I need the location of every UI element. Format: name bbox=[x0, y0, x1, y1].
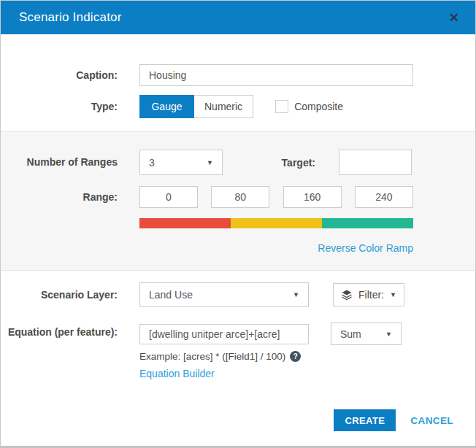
chevron-down-icon: ▼ bbox=[199, 159, 213, 166]
chevron-down-icon: ▼ bbox=[285, 291, 299, 298]
scenario-layer-dropdown[interactable]: Land Use ▼ bbox=[139, 282, 309, 307]
aggregation-value: Sum bbox=[340, 328, 361, 340]
number-of-ranges-dropdown[interactable]: 3 ▼ bbox=[139, 150, 223, 175]
filter-button[interactable]: Filter: ▼ bbox=[333, 283, 404, 306]
ramp-segment-green bbox=[322, 218, 413, 228]
equation-example-row: Example: [acres] * ([Field1] / 100) ? bbox=[139, 351, 475, 362]
composite-label: Composite bbox=[294, 101, 343, 112]
type-segmented-control: Gauge Numeric bbox=[139, 95, 253, 118]
ramp-segment-red bbox=[139, 218, 231, 228]
dialog-footer: CREATE CANCEL bbox=[334, 409, 453, 431]
ranges-panel: Number of Ranges 3 ▼ Target: Range: bbox=[1, 131, 475, 271]
number-of-ranges-value: 3 bbox=[149, 157, 155, 169]
create-button[interactable]: CREATE bbox=[334, 409, 396, 431]
target-input[interactable] bbox=[339, 150, 412, 175]
equation-builder-link[interactable]: Equation Builder bbox=[139, 368, 215, 379]
type-option-gauge[interactable]: Gauge bbox=[139, 95, 194, 118]
color-ramp bbox=[139, 218, 413, 228]
caption-row: Caption: bbox=[1, 64, 475, 86]
range-input-1[interactable] bbox=[139, 186, 198, 208]
scenario-layer-label: Scenario Layer: bbox=[1, 288, 118, 302]
dialog-header: Scenario Indicator ✕ bbox=[1, 1, 475, 34]
close-icon[interactable]: ✕ bbox=[449, 12, 459, 24]
composite-group: Composite bbox=[275, 100, 343, 113]
composite-checkbox[interactable] bbox=[275, 100, 288, 113]
range-row: Range: bbox=[1, 186, 475, 208]
number-of-ranges-label: Number of Ranges bbox=[1, 155, 118, 169]
range-input-3[interactable] bbox=[283, 186, 342, 208]
range-label: Range: bbox=[1, 190, 118, 204]
help-icon[interactable]: ? bbox=[290, 351, 301, 362]
reverse-color-ramp-row: Reverse Color Ramp bbox=[139, 242, 413, 255]
cancel-button[interactable]: CANCEL bbox=[410, 415, 453, 426]
equation-input[interactable] bbox=[139, 324, 309, 344]
caption-input[interactable] bbox=[139, 64, 413, 86]
aggregation-dropdown[interactable]: Sum ▼ bbox=[331, 323, 402, 345]
scenario-layer-row: Scenario Layer: Land Use ▼ Filter: ▼ bbox=[1, 282, 475, 307]
chevron-down-icon: ▼ bbox=[378, 331, 392, 338]
dialog-title: Scenario Indicator bbox=[19, 10, 122, 25]
equation-builder-row: Equation Builder bbox=[139, 367, 475, 380]
reverse-color-ramp-link[interactable]: Reverse Color Ramp bbox=[318, 242, 413, 254]
type-label: Type: bbox=[1, 100, 118, 114]
number-of-ranges-row: Number of Ranges 3 ▼ Target: bbox=[1, 150, 475, 175]
type-row: Type: Gauge Numeric Composite bbox=[1, 95, 475, 118]
range-input-4[interactable] bbox=[355, 186, 413, 208]
ramp-segment-yellow bbox=[231, 218, 322, 228]
type-option-numeric[interactable]: Numeric bbox=[194, 95, 253, 118]
equation-label: Equation (per feature): bbox=[1, 323, 118, 339]
equation-example-text: Example: [acres] * ([Field1] / 100) bbox=[139, 351, 285, 362]
scenario-layer-value: Land Use bbox=[149, 289, 193, 301]
target-label: Target: bbox=[282, 157, 315, 169]
range-inputs bbox=[139, 186, 413, 208]
range-input-2[interactable] bbox=[211, 186, 269, 208]
chevron-down-icon: ▼ bbox=[390, 291, 396, 298]
layers-icon bbox=[341, 289, 353, 301]
caption-label: Caption: bbox=[1, 69, 118, 82]
scenario-indicator-dialog: Scenario Indicator ✕ Caption: Type: Gaug… bbox=[0, 0, 476, 448]
filter-label: Filter: bbox=[358, 289, 384, 301]
equation-row: Equation (per feature): Sum ▼ bbox=[1, 323, 475, 345]
